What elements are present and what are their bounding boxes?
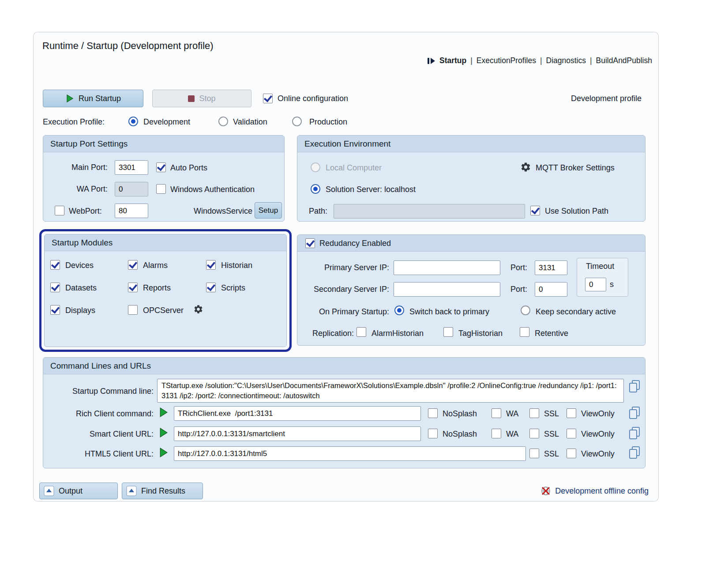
profile-production-label: Production <box>309 117 347 127</box>
replication-tag-historian-label: TagHistorian <box>458 329 503 338</box>
execution-profile-label: Execution Profile: <box>43 117 105 127</box>
secondary-port-input[interactable] <box>535 282 567 297</box>
breadcrumb-separator: | <box>470 56 473 65</box>
module-datasets-checkbox[interactable] <box>50 283 60 292</box>
secondary-server-ip-input[interactable] <box>394 282 500 297</box>
runtime-startup-window: Runtime / Startup (Development profile) … <box>33 32 659 502</box>
primary-server-ip-input[interactable] <box>394 260 500 275</box>
breadcrumb-execution-profiles[interactable]: ExecutionProfiles <box>477 56 536 65</box>
html5-ssl-checkbox[interactable] <box>529 449 539 458</box>
online-configuration-checkbox[interactable] <box>263 94 273 103</box>
stop-icon <box>188 95 195 102</box>
timeout-box: Timeout s <box>577 258 628 297</box>
module-devices-checkbox[interactable] <box>50 260 60 270</box>
wa-port-input[interactable] <box>115 182 148 196</box>
replication-tag-historian-checkbox[interactable] <box>443 327 453 337</box>
rich-viewonly-checkbox[interactable] <box>567 408 576 418</box>
rich-client-command-input[interactable] <box>174 406 421 421</box>
module-historian-label: Historian <box>221 261 252 270</box>
html5-client-label: HTML5 Client URL: <box>48 449 154 459</box>
path-input[interactable] <box>334 204 525 219</box>
rich-client-label: Rich Client command: <box>48 409 154 419</box>
webport-input[interactable] <box>115 204 148 218</box>
copy-icon[interactable] <box>628 426 641 440</box>
redundancy-enabled-label: Redudancy Enabled <box>319 239 391 248</box>
module-scripts-checkbox[interactable] <box>206 283 216 292</box>
smart-viewonly-checkbox[interactable] <box>567 429 576 438</box>
windows-service-setup-button[interactable]: Setup <box>255 202 282 219</box>
rich-ssl-checkbox[interactable] <box>529 408 539 418</box>
primary-port-input[interactable] <box>535 260 567 275</box>
breadcrumb-startup[interactable]: Startup <box>439 56 466 65</box>
solution-server-radio[interactable] <box>311 184 320 194</box>
startup-command-input[interactable]: TStartup.exe /solution:"C:\Users\User\Do… <box>157 379 624 403</box>
offline-config-status[interactable]: Development offline config <box>540 484 649 498</box>
output-button[interactable]: Output <box>39 483 118 499</box>
rich-wa-checkbox[interactable] <box>492 408 501 418</box>
module-historian-checkbox[interactable] <box>206 260 216 270</box>
on-primary-startup-label: On Primary Startup: <box>297 307 389 317</box>
startup-port-settings-panel: Startup Port Settings Main Port: Auto Po… <box>43 135 285 222</box>
main-port-input[interactable] <box>115 160 148 175</box>
module-reports-checkbox[interactable] <box>128 283 138 292</box>
html5-client-play-icon[interactable] <box>159 447 169 458</box>
mqtt-broker-settings-label[interactable]: MQTT Broker Settings <box>536 163 615 173</box>
auto-ports-label: Auto Ports <box>170 163 207 173</box>
stop-button[interactable]: Stop <box>152 90 251 107</box>
use-solution-path-checkbox[interactable] <box>530 206 540 215</box>
primary-port-label: Port: <box>510 263 527 272</box>
solution-server-label: Solution Server: localhost <box>326 185 416 194</box>
copy-icon[interactable] <box>628 446 641 459</box>
setup-button-label: Setup <box>259 206 278 215</box>
replication-retentive-label: Retentive <box>535 329 568 338</box>
rich-client-play-icon[interactable] <box>159 407 169 418</box>
module-scripts-label: Scripts <box>221 283 245 293</box>
startup-command-label: Startup Command line: <box>48 387 154 396</box>
timeout-input[interactable] <box>585 278 606 291</box>
windows-authentication-checkbox[interactable] <box>156 184 166 194</box>
smart-client-play-icon[interactable] <box>159 427 169 438</box>
smart-wa-label: WA <box>506 430 518 439</box>
keep-secondary-radio[interactable] <box>521 306 530 315</box>
opcserver-gear-icon[interactable] <box>193 304 203 314</box>
gear-icon[interactable] <box>520 162 531 173</box>
redundancy-panel: Redudancy Enabled Primary Server IP: Por… <box>297 234 645 346</box>
replication-retentive-checkbox[interactable] <box>520 327 529 337</box>
rich-viewonly-label: ViewOnly <box>581 409 615 419</box>
module-alarms-checkbox[interactable] <box>128 260 138 270</box>
startup-modules-highlight: Startup Modules Devices Alarms Historian… <box>39 229 292 352</box>
webport-checkbox[interactable] <box>55 206 64 215</box>
local-computer-label: Local Computer <box>326 163 382 173</box>
run-startup-button[interactable]: Run Startup <box>43 90 143 107</box>
rich-nosplash-checkbox[interactable] <box>428 408 438 418</box>
local-computer-radio[interactable] <box>311 162 320 172</box>
module-opcserver-checkbox[interactable] <box>128 305 138 315</box>
copy-icon[interactable] <box>628 406 641 419</box>
replication-alarm-historian-checkbox[interactable] <box>356 327 366 337</box>
rich-ssl-label: SSL <box>544 409 559 419</box>
module-displays-checkbox[interactable] <box>50 305 60 315</box>
breadcrumb-diagnostics[interactable]: Diagnostics <box>546 56 586 65</box>
profile-validation-radio[interactable] <box>218 117 228 126</box>
html5-viewonly-label: ViewOnly <box>581 449 615 459</box>
html5-viewonly-checkbox[interactable] <box>567 449 576 458</box>
redundancy-enabled-checkbox[interactable] <box>305 238 315 248</box>
find-results-button[interactable]: Find Results <box>122 483 203 499</box>
windows-service-label: WindowsService <box>178 207 252 216</box>
html5-client-url-input[interactable] <box>174 446 526 461</box>
switch-back-radio[interactable] <box>394 306 404 315</box>
offline-globe-icon <box>540 485 552 497</box>
breadcrumb: Startup | ExecutionProfiles | Diagnostic… <box>427 56 652 65</box>
replication-alarm-historian-label: AlarmHistorian <box>372 329 424 338</box>
copy-icon[interactable] <box>628 380 641 393</box>
breadcrumb-build-and-publish[interactable]: BuildAndPublish <box>596 56 652 65</box>
smart-nosplash-checkbox[interactable] <box>428 429 438 438</box>
command-lines-title: Command Lines and URLs <box>43 358 645 374</box>
smart-wa-checkbox[interactable] <box>492 429 501 438</box>
profile-production-radio[interactable] <box>292 117 302 126</box>
profile-development-label: Development <box>143 117 190 127</box>
profile-development-radio[interactable] <box>128 117 138 126</box>
auto-ports-checkbox[interactable] <box>156 162 166 172</box>
smart-client-url-input[interactable] <box>174 426 421 441</box>
smart-ssl-checkbox[interactable] <box>529 429 539 438</box>
